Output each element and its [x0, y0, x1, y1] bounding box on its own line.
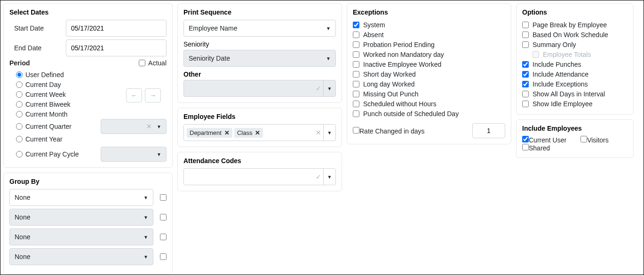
- include-employees-card: Include Employees Current User Visitors …: [516, 119, 634, 158]
- groupby-check-4[interactable]: [160, 253, 167, 260]
- column-4: Options Page Break by Employee Based On …: [516, 3, 634, 158]
- chk-short-day[interactable]: Short day Worked: [353, 69, 505, 79]
- employee-fields-card: Employee Fields Department✕ Class✕ ✕ ▼: [177, 108, 342, 147]
- tag-class: Class✕: [234, 128, 263, 138]
- groupby-select-4[interactable]: None▼: [9, 248, 153, 265]
- chevron-down-icon: ▼: [143, 215, 148, 220]
- chk-absent[interactable]: Absent: [353, 30, 505, 39]
- options-title: Options: [522, 8, 628, 16]
- remove-tag-icon[interactable]: ✕: [255, 129, 260, 136]
- groupby-check-2[interactable]: [160, 214, 167, 220]
- period-nav-buttons: ← →: [126, 88, 161, 102]
- chk-sched-no-hours[interactable]: Scheduled without Hours: [353, 99, 505, 109]
- chk-page-break[interactable]: Page Break by Employee: [522, 20, 628, 30]
- chevron-down-icon: ▼: [326, 26, 331, 31]
- report-config-form: Select Dates Start Date End Date Period …: [0, 0, 644, 275]
- radio-user-defined[interactable]: User Defined: [16, 70, 167, 79]
- column-3: Exceptions System Absent Probation Perio…: [347, 3, 511, 144]
- period-next-button[interactable]: →: [145, 88, 161, 102]
- chk-current-user[interactable]: Current User: [522, 136, 566, 144]
- check-icon: ✓: [316, 173, 321, 181]
- start-date-row: Start Date: [9, 20, 167, 37]
- chevron-down-icon: ▼: [323, 125, 335, 141]
- period-prev-button[interactable]: ←: [126, 88, 142, 102]
- groupby-select-1[interactable]: None▼: [9, 189, 153, 206]
- chk-visitors[interactable]: Visitors: [580, 136, 609, 144]
- actual-checkbox-wrap[interactable]: Actual: [139, 59, 167, 67]
- chk-inactive-worked[interactable]: Inactive Employee Worked: [353, 59, 505, 69]
- chk-include-attendance[interactable]: Include Attendance: [522, 69, 628, 79]
- radio-current-month[interactable]: Current Month: [16, 109, 167, 119]
- start-date-input[interactable]: [66, 20, 167, 37]
- chk-worked-non-mand[interactable]: Worked non Mandatory day: [353, 49, 505, 59]
- radio-current-day[interactable]: Current Day: [16, 79, 167, 89]
- chk-show-all-days[interactable]: Show All Days in Interval: [522, 89, 628, 99]
- include-employees-title: Include Employees: [522, 125, 628, 132]
- chk-missing-out[interactable]: Missing Out Punch: [353, 89, 505, 99]
- chk-based-on-work[interactable]: Based On Work Schedule: [522, 30, 628, 39]
- group-by-card: Group By None▼ None▼ None▼ None▼: [3, 173, 173, 274]
- clear-icon[interactable]: ✕: [316, 129, 321, 136]
- seniority-label: Seniority: [183, 40, 336, 48]
- chk-long-day[interactable]: Long day Worked: [353, 79, 505, 89]
- tag-department: Department✕: [187, 128, 232, 138]
- paycycle-select[interactable]: ▼: [101, 147, 167, 162]
- group-by-title: Group By: [9, 178, 167, 185]
- chevron-down-icon: ▼: [143, 254, 148, 259]
- chevron-down-icon: ▼: [326, 56, 331, 61]
- chk-probation[interactable]: Probation Period Ending: [353, 39, 505, 49]
- remove-tag-icon[interactable]: ✕: [224, 129, 230, 136]
- end-date-input[interactable]: [66, 39, 167, 56]
- options-list: Page Break by Employee Based On Work Sch…: [522, 20, 628, 109]
- attendance-codes-select[interactable]: ✓ ▼: [183, 168, 336, 185]
- start-date-label: Start Date: [9, 24, 61, 32]
- chk-rate-changed[interactable]: Rate Changed in days: [353, 127, 425, 135]
- chk-include-punches[interactable]: Include Punches: [522, 59, 628, 69]
- exceptions-title: Exceptions: [353, 8, 505, 16]
- chevron-down-icon: ▼: [143, 195, 148, 200]
- chk-include-exceptions[interactable]: Include Exceptions: [522, 79, 628, 89]
- rate-days-input[interactable]: [472, 123, 505, 138]
- options-card: Options Page Break by Employee Based On …: [516, 3, 634, 115]
- radio-current-pay-cycle[interactable]: Current Pay Cycle: [16, 149, 79, 159]
- groupby-check-3[interactable]: [160, 234, 167, 240]
- chevron-down-icon: ▼: [323, 169, 335, 185]
- quarter-select[interactable]: ✕ ▼: [101, 119, 167, 134]
- period-title: Period: [9, 59, 30, 67]
- clear-icon[interactable]: ✕: [146, 123, 152, 130]
- select-dates-card: Select Dates Start Date End Date Period …: [3, 3, 173, 168]
- arrow-left-icon: ←: [131, 92, 137, 99]
- radio-current-year[interactable]: Current Year: [16, 134, 167, 144]
- print-sequence-title: Print Sequence: [183, 8, 336, 16]
- chk-employee-totals: Employee Totals: [522, 49, 628, 59]
- actual-label: Actual: [148, 59, 167, 67]
- period-body: User Defined Current Day Current Week Cu…: [9, 70, 167, 162]
- radio-current-quarter[interactable]: Current Quarter: [16, 122, 72, 132]
- chk-summary-only[interactable]: Summary Only: [522, 39, 628, 49]
- groupby-check-1[interactable]: [160, 194, 167, 201]
- attendance-codes-title: Attendance Codes: [183, 157, 336, 165]
- other-label: Other: [183, 71, 336, 78]
- attendance-codes-card: Attendance Codes ✓ ▼: [177, 152, 342, 191]
- chk-system[interactable]: System: [353, 20, 505, 30]
- groupby-select-2[interactable]: None▼: [9, 209, 153, 226]
- groupby-select-3[interactable]: None▼: [9, 228, 153, 245]
- period-header: Period Actual: [9, 59, 167, 67]
- period-radio-list: User Defined Current Day Current Week Cu…: [9, 70, 167, 162]
- print-sequence-select[interactable]: Employee Name ▼: [183, 20, 336, 37]
- exceptions-list: System Absent Probation Period Ending Wo…: [353, 20, 505, 118]
- select-dates-title: Select Dates: [9, 8, 167, 16]
- chevron-down-icon: ▼: [157, 152, 161, 157]
- employee-fields-title: Employee Fields: [183, 113, 336, 120]
- seniority-select[interactable]: Seniority Date ▼: [183, 50, 336, 67]
- exceptions-card: Exceptions System Absent Probation Perio…: [347, 3, 511, 144]
- other-select[interactable]: ✓ ▼: [183, 80, 336, 97]
- rate-changed-row: Rate Changed in days: [353, 123, 505, 138]
- employee-fields-select[interactable]: Department✕ Class✕ ✕ ▼: [183, 124, 336, 141]
- end-date-label: End Date: [9, 44, 61, 52]
- chk-show-idle[interactable]: Show Idle Employee: [522, 99, 628, 109]
- chevron-down-icon: ▼: [157, 124, 161, 129]
- actual-checkbox[interactable]: [139, 60, 145, 66]
- chk-punch-outside[interactable]: Punch outside of Scheduled Day: [353, 109, 505, 118]
- chk-shared[interactable]: Shared: [522, 144, 550, 152]
